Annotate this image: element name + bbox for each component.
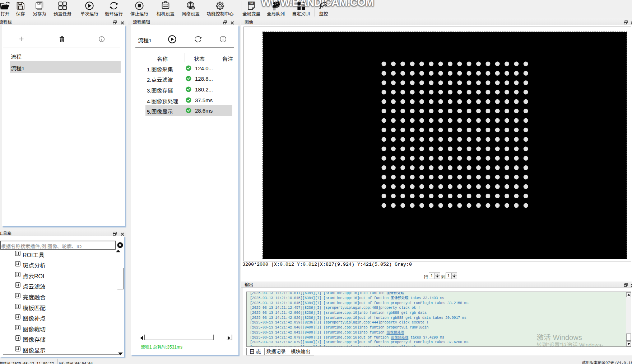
svg-text:VAR: VAR [250,2,254,4]
